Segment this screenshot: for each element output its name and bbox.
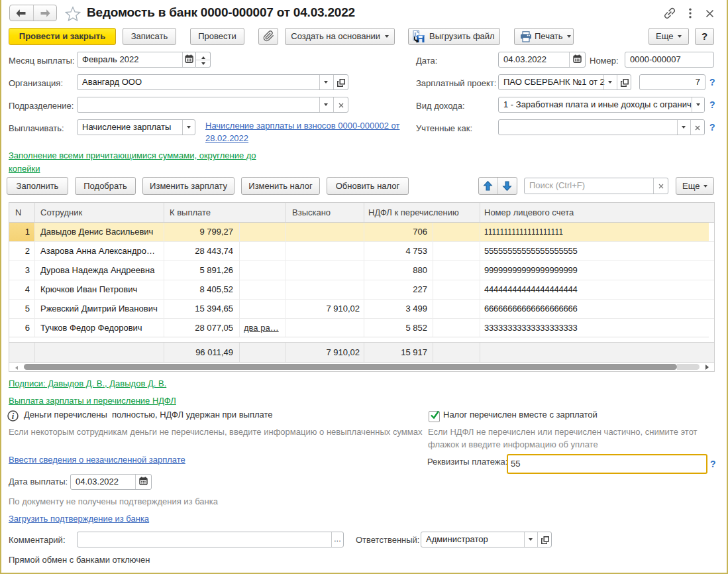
svg-text:i: i	[12, 412, 15, 421]
